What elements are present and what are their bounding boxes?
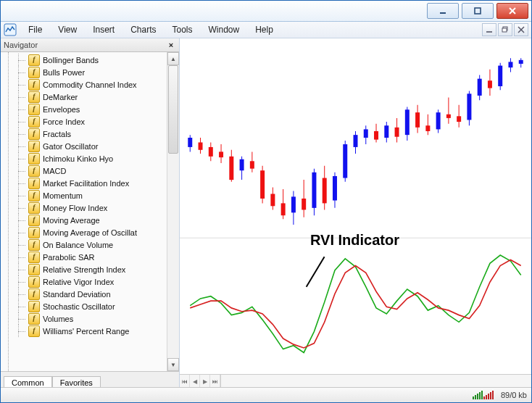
- svg-rect-71: [498, 66, 502, 86]
- menu-window[interactable]: Window: [201, 23, 247, 36]
- scroll-thumb[interactable]: [168, 65, 178, 154]
- function-icon: f: [28, 313, 40, 325]
- svg-rect-37: [323, 178, 327, 204]
- indicator-item[interactable]: fFractals: [4, 128, 167, 140]
- navigator-title: Navigator: [4, 41, 38, 49]
- indicator-item[interactable]: fParabolic SAR: [4, 251, 167, 263]
- menu-file[interactable]: File: [21, 23, 49, 36]
- function-icon: f: [28, 141, 40, 152]
- indicator-label: Parabolic SAR: [43, 253, 95, 262]
- chart-tab-last-button[interactable]: ⏭: [210, 375, 220, 388]
- svg-rect-39: [333, 176, 337, 201]
- scroll-down-button[interactable]: ▼: [167, 358, 179, 371]
- mdi-restore-button[interactable]: [498, 23, 512, 36]
- navigator-tabs: Common Favorites: [1, 371, 179, 388]
- menu-charts[interactable]: Charts: [123, 23, 163, 36]
- navigator-scrollbar[interactable]: ▲ ▼: [167, 52, 179, 371]
- function-icon: f: [28, 116, 40, 128]
- indicator-item[interactable]: fMoney Flow Index: [4, 202, 167, 214]
- indicator-item[interactable]: fBollinger Bands: [4, 54, 167, 66]
- function-icon: f: [28, 264, 40, 275]
- menu-insert[interactable]: Insert: [86, 23, 122, 36]
- navigator-tree: fBollinger BandsfBulls PowerfCommodity C…: [1, 52, 167, 338]
- indicator-label: MACD: [43, 167, 66, 175]
- function-icon: f: [28, 165, 40, 177]
- menu-tools[interactable]: Tools: [165, 23, 200, 36]
- navigator-close-button[interactable]: ×: [166, 40, 176, 50]
- indicator-label: DeMarker: [43, 93, 78, 101]
- svg-rect-51: [395, 128, 399, 137]
- indicator-item[interactable]: fMoving Average: [4, 214, 167, 226]
- menu-view[interactable]: View: [51, 23, 84, 36]
- function-icon: f: [28, 54, 40, 66]
- indicator-item[interactable]: fMarket Facilitation Index: [4, 177, 167, 189]
- chart-tab-prev-button[interactable]: ◀: [190, 375, 200, 388]
- mdi-minimize-button[interactable]: [482, 23, 496, 36]
- svg-rect-7: [502, 28, 507, 32]
- svg-rect-13: [199, 142, 203, 149]
- indicator-item[interactable]: fOn Balance Volume: [4, 238, 167, 251]
- menu-help[interactable]: Help: [248, 23, 280, 36]
- indicator-item[interactable]: fIchimoku Kinko Hyo: [4, 152, 167, 165]
- svg-rect-11: [188, 138, 192, 147]
- indicator-item[interactable]: fRelative Strength Index: [4, 263, 167, 275]
- status-kb: 89/0 kb: [501, 391, 527, 399]
- indicator-label: Commodity Channel Index: [43, 80, 137, 89]
- navigator-header: Navigator ×: [1, 38, 179, 52]
- svg-rect-55: [415, 112, 420, 128]
- svg-rect-41: [343, 144, 347, 178]
- indicator-label: Gator Oscillator: [43, 142, 98, 151]
- indicator-item[interactable]: fMoving Average of Oscillat: [4, 226, 167, 238]
- function-icon: f: [28, 202, 40, 214]
- function-icon: f: [28, 153, 40, 165]
- indicator-item[interactable]: fStochastic Oscillator: [4, 300, 167, 312]
- function-icon: f: [28, 67, 40, 78]
- indicator-item[interactable]: fVolumes: [4, 312, 167, 325]
- indicator-item[interactable]: fBulls Power: [4, 66, 167, 78]
- indicator-item[interactable]: fStandard Deviation: [4, 288, 167, 300]
- indicator-item[interactable]: fEnvelopes: [4, 103, 167, 115]
- indicator-item[interactable]: fDeMarker: [4, 91, 167, 103]
- svg-rect-49: [384, 125, 388, 138]
- function-icon: f: [28, 252, 40, 263]
- scroll-up-button[interactable]: ▲: [167, 52, 179, 65]
- indicator-item[interactable]: fMACD: [4, 165, 167, 177]
- chart-tab-next-button[interactable]: ▶: [200, 375, 210, 388]
- svg-rect-19: [229, 157, 233, 180]
- function-icon: f: [28, 276, 40, 288]
- svg-rect-29: [281, 203, 286, 215]
- indicator-label: Moving Average of Oscillat: [43, 228, 137, 237]
- function-icon: f: [28, 128, 40, 140]
- svg-rect-21: [240, 159, 244, 170]
- menu-bar: File View Insert Charts Tools Window Hel…: [1, 22, 531, 38]
- svg-rect-75: [519, 60, 523, 64]
- indicator-item[interactable]: fCommodity Channel Index: [4, 78, 167, 91]
- svg-rect-25: [260, 170, 265, 199]
- scroll-track[interactable]: [167, 65, 179, 358]
- svg-rect-43: [354, 135, 358, 147]
- indicator-label: Williams' Percent Range: [43, 327, 129, 336]
- function-icon: f: [28, 104, 40, 115]
- indicator-item[interactable]: fRelative Vigor Index: [4, 275, 167, 288]
- indicator-label: Bollinger Bands: [43, 56, 99, 65]
- indicator-label: Market Facilitation Index: [43, 179, 129, 188]
- chart-area[interactable]: RVI Indicator ⏮ ◀ ▶ ⏭: [180, 38, 531, 388]
- window-maximize-button[interactable]: [462, 3, 494, 19]
- svg-rect-61: [446, 115, 451, 118]
- svg-rect-53: [405, 109, 410, 135]
- window-close-button[interactable]: [496, 3, 528, 19]
- indicator-item[interactable]: fForce Index: [4, 115, 167, 128]
- indicator-label: Ichimoku Kinko Hyo: [43, 154, 113, 163]
- status-bar: 89/0 kb: [1, 387, 531, 402]
- svg-rect-23: [250, 161, 254, 168]
- function-icon: f: [28, 91, 40, 103]
- chart-tab-first-button[interactable]: ⏮: [180, 375, 190, 388]
- svg-rect-17: [219, 151, 223, 157]
- indicator-item[interactable]: fWilliams' Percent Range: [4, 325, 167, 337]
- window-minimize-button[interactable]: [427, 3, 459, 19]
- indicator-item[interactable]: fMomentum: [4, 189, 167, 202]
- mdi-close-button[interactable]: [514, 23, 528, 36]
- indicator-item[interactable]: fGator Oscillator: [4, 140, 167, 152]
- indicator-label: Stochastic Oscillator: [43, 302, 115, 311]
- function-icon: f: [28, 301, 40, 312]
